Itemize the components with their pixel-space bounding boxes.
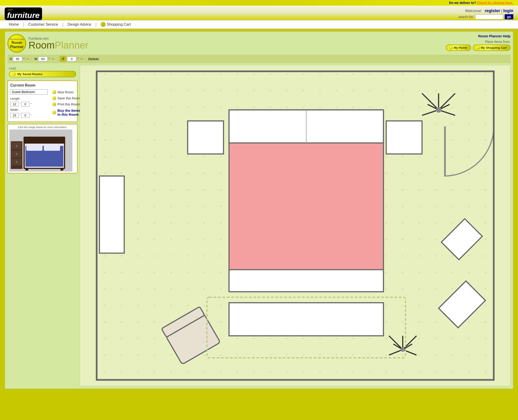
svg-point-7 xyxy=(16,153,17,155)
svg-rect-11 xyxy=(23,137,65,144)
toolbar-row: D " ↔ W " ↔ ↺ ° ↔ Delete xyxy=(8,55,510,63)
load-label: Load: xyxy=(9,67,76,70)
planner-container: Furniture.com Room Planner Furniture.com… xyxy=(5,31,513,389)
new-room-button[interactable]: New Room xyxy=(52,89,81,95)
width-ft-sep: ' xyxy=(20,114,20,117)
length-row: Length xyxy=(10,97,48,100)
go-button[interactable]: go xyxy=(505,14,513,19)
header-right: Welcome! register | login search for: go xyxy=(458,8,513,19)
planner-header: Furniture.com Room Planner Furniture.com… xyxy=(8,34,510,53)
length-in-input[interactable] xyxy=(21,102,30,107)
bed-image[interactable] xyxy=(9,129,72,172)
circle-rp: Room xyxy=(11,41,22,45)
svg-rect-23 xyxy=(229,270,384,292)
logo-furniture: furniture xyxy=(7,11,40,19)
header: .com furniture Welcome! register | login… xyxy=(0,6,518,20)
buy-items-button[interactable]: Buy the Items in this Room xyxy=(52,108,81,117)
login-link[interactable]: login xyxy=(503,8,513,13)
place-buttons: My Home My Shopping Cart xyxy=(446,45,510,51)
planner-header-right: Room Planner Help Place Items from: My H… xyxy=(446,34,510,51)
width-in-input[interactable] xyxy=(21,113,30,118)
my-home-button[interactable]: My Home xyxy=(446,45,471,51)
image-caption: Click the image below for more informati… xyxy=(9,126,76,128)
room-canvas[interactable] xyxy=(80,65,510,386)
delivery-link[interactable]: Check by clicking here. xyxy=(477,1,513,5)
my-home-label: My Home xyxy=(454,46,467,49)
nav-home[interactable]: Home xyxy=(5,22,23,27)
length-in-sep: " xyxy=(30,102,31,106)
width-ft-input[interactable] xyxy=(10,113,19,118)
save-room-label: Save this Room xyxy=(57,96,81,100)
print-room-button[interactable]: Print this Room xyxy=(52,102,81,107)
rotate-arrow: ↔ xyxy=(79,56,84,61)
search-input[interactable] xyxy=(475,15,503,19)
load-dropdown-label: My Saved Rooms xyxy=(17,72,43,76)
current-room-box: Current Room Length ' " xyxy=(8,81,77,122)
length-label: Length xyxy=(10,97,21,100)
svg-rect-16 xyxy=(61,168,63,171)
print-room-label: Print this Room xyxy=(57,102,80,106)
d-unit: " xyxy=(23,57,24,61)
rotate-button[interactable]: ↺ xyxy=(60,56,66,62)
w-label: W xyxy=(35,57,37,61)
load-section: Load: My Saved Rooms xyxy=(8,65,77,79)
delivery-bar: Do we deliver to? Check by clicking here… xyxy=(0,0,518,6)
svg-rect-13 xyxy=(26,144,43,151)
circle-planner: Planner xyxy=(10,45,24,49)
my-cart-label: My Shopping Cart xyxy=(481,46,507,49)
w-unit: " xyxy=(49,57,50,61)
room-word: Room xyxy=(29,40,55,51)
room-name-input[interactable] xyxy=(10,89,48,95)
load-saved-rooms-button[interactable]: My Saved Rooms xyxy=(9,71,76,77)
register-link[interactable]: register xyxy=(485,8,500,13)
lower-area: Load: My Saved Rooms Current Room Length xyxy=(8,65,510,386)
search-label: search for: xyxy=(458,15,474,19)
bottom-bar xyxy=(0,394,518,401)
width-row: Width xyxy=(10,108,48,112)
svg-point-6 xyxy=(16,145,17,147)
cart-label: Shopping Cart xyxy=(107,22,131,27)
cr-right: New Room Save this Room Print this Room xyxy=(50,89,81,119)
delivery-text: Do we deliver to? xyxy=(449,1,476,5)
save-room-icon xyxy=(52,96,56,100)
cr-left: Length ' " Width xyxy=(10,89,48,119)
nav-shopping-cart[interactable]: 🛒 Shopping Cart xyxy=(96,22,135,27)
image-box[interactable]: Click the image below for more informati… xyxy=(8,124,77,173)
delete-button[interactable]: Delete xyxy=(88,57,99,61)
svg-rect-14 xyxy=(44,144,60,151)
width-inputs: ' " xyxy=(10,113,48,118)
room-actions: New Room Save this Room Print this Room xyxy=(52,89,81,117)
length-inputs: ' " xyxy=(10,102,48,107)
current-room-title: Current Room xyxy=(10,83,75,88)
save-room-button[interactable]: Save this Room xyxy=(52,95,81,101)
svg-rect-35 xyxy=(100,176,124,253)
logo: .com furniture xyxy=(5,8,42,20)
length-ft-sep: ' xyxy=(20,102,20,106)
depth-group: D " ↔ xyxy=(10,56,30,61)
planner-logo: Furniture.com Room Planner Furniture.com… xyxy=(8,34,89,53)
nav-sep-1: | xyxy=(501,8,502,13)
welcome-text: Welcome! xyxy=(465,9,482,13)
planner-help-link[interactable]: Room Planner Help xyxy=(446,34,510,38)
my-shopping-cart-button[interactable]: My Shopping Cart xyxy=(473,45,510,51)
my-home-icon xyxy=(449,46,453,49)
nav-bar: Home | Customer Service | Design Advice … xyxy=(0,20,518,29)
svg-rect-36 xyxy=(229,303,384,336)
svg-rect-25 xyxy=(386,121,422,154)
place-items-label: Place Items from: xyxy=(446,40,510,44)
width-group: W " ↔ xyxy=(35,56,55,61)
width-input[interactable] xyxy=(38,56,48,61)
print-room-icon xyxy=(52,102,56,106)
new-room-icon xyxy=(52,90,56,94)
nav-customer-service[interactable]: Customer Service xyxy=(24,22,62,27)
buy-items-label: Buy the Items in this Room xyxy=(57,108,80,116)
rotate-input[interactable] xyxy=(67,56,76,61)
room-svg xyxy=(80,65,510,386)
planner-title: Furniture.com RoomPlanner xyxy=(29,37,89,50)
depth-input[interactable] xyxy=(13,56,22,61)
new-room-label: New Room xyxy=(57,90,74,94)
nav-design-advice[interactable]: Design Advice xyxy=(63,22,95,27)
length-ft-input[interactable] xyxy=(10,102,19,107)
svg-point-33 xyxy=(436,107,441,113)
planner-big-title: RoomPlanner xyxy=(29,40,89,50)
